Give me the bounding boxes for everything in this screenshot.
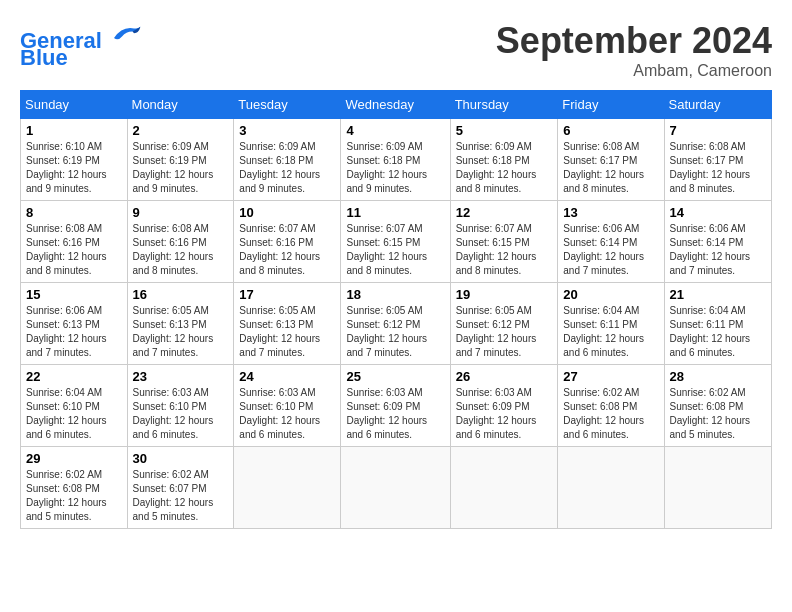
day-number: 3 <box>239 123 335 138</box>
calendar-day-cell: 15Sunrise: 6:06 AMSunset: 6:13 PMDayligh… <box>21 283 128 365</box>
day-info: Sunrise: 6:07 AMSunset: 6:15 PMDaylight:… <box>456 222 553 278</box>
calendar-header-row: SundayMondayTuesdayWednesdayThursdayFrid… <box>21 91 772 119</box>
day-number: 21 <box>670 287 766 302</box>
location: Ambam, Cameroon <box>496 62 772 80</box>
day-number: 23 <box>133 369 229 384</box>
day-info: Sunrise: 6:04 AMSunset: 6:11 PMDaylight:… <box>670 304 766 360</box>
calendar-day-cell: 18Sunrise: 6:05 AMSunset: 6:12 PMDayligh… <box>341 283 450 365</box>
day-number: 30 <box>133 451 229 466</box>
day-number: 28 <box>670 369 766 384</box>
calendar-week-row: 29Sunrise: 6:02 AMSunset: 6:08 PMDayligh… <box>21 447 772 529</box>
calendar-day-cell: 5Sunrise: 6:09 AMSunset: 6:18 PMDaylight… <box>450 119 558 201</box>
calendar-day-cell: 2Sunrise: 6:09 AMSunset: 6:19 PMDaylight… <box>127 119 234 201</box>
day-info: Sunrise: 6:02 AMSunset: 6:08 PMDaylight:… <box>26 468 122 524</box>
day-number: 5 <box>456 123 553 138</box>
day-info: Sunrise: 6:05 AMSunset: 6:12 PMDaylight:… <box>456 304 553 360</box>
day-number: 29 <box>26 451 122 466</box>
page-header: General Blue September 2024 Ambam, Camer… <box>20 20 772 80</box>
day-number: 13 <box>563 205 658 220</box>
day-info: Sunrise: 6:07 AMSunset: 6:16 PMDaylight:… <box>239 222 335 278</box>
day-info: Sunrise: 6:09 AMSunset: 6:18 PMDaylight:… <box>346 140 444 196</box>
day-number: 18 <box>346 287 444 302</box>
day-number: 8 <box>26 205 122 220</box>
day-info: Sunrise: 6:05 AMSunset: 6:12 PMDaylight:… <box>346 304 444 360</box>
calendar-day-cell <box>450 447 558 529</box>
day-info: Sunrise: 6:04 AMSunset: 6:11 PMDaylight:… <box>563 304 658 360</box>
day-info: Sunrise: 6:05 AMSunset: 6:13 PMDaylight:… <box>239 304 335 360</box>
day-number: 1 <box>26 123 122 138</box>
day-info: Sunrise: 6:04 AMSunset: 6:10 PMDaylight:… <box>26 386 122 442</box>
calendar-day-cell: 24Sunrise: 6:03 AMSunset: 6:10 PMDayligh… <box>234 365 341 447</box>
calendar-day-cell: 23Sunrise: 6:03 AMSunset: 6:10 PMDayligh… <box>127 365 234 447</box>
calendar-table: SundayMondayTuesdayWednesdayThursdayFrid… <box>20 90 772 529</box>
day-number: 15 <box>26 287 122 302</box>
day-info: Sunrise: 6:06 AMSunset: 6:13 PMDaylight:… <box>26 304 122 360</box>
day-info: Sunrise: 6:08 AMSunset: 6:17 PMDaylight:… <box>670 140 766 196</box>
weekday-header: Sunday <box>21 91 128 119</box>
day-info: Sunrise: 6:02 AMSunset: 6:07 PMDaylight:… <box>133 468 229 524</box>
day-number: 10 <box>239 205 335 220</box>
calendar-day-cell: 3Sunrise: 6:09 AMSunset: 6:18 PMDaylight… <box>234 119 341 201</box>
day-number: 20 <box>563 287 658 302</box>
calendar-day-cell: 14Sunrise: 6:06 AMSunset: 6:14 PMDayligh… <box>664 201 771 283</box>
calendar-day-cell: 4Sunrise: 6:09 AMSunset: 6:18 PMDaylight… <box>341 119 450 201</box>
weekday-header: Saturday <box>664 91 771 119</box>
calendar-day-cell: 8Sunrise: 6:08 AMSunset: 6:16 PMDaylight… <box>21 201 128 283</box>
calendar-week-row: 22Sunrise: 6:04 AMSunset: 6:10 PMDayligh… <box>21 365 772 447</box>
title-section: September 2024 Ambam, Cameroon <box>496 20 772 80</box>
calendar-day-cell: 28Sunrise: 6:02 AMSunset: 6:08 PMDayligh… <box>664 365 771 447</box>
calendar-day-cell <box>341 447 450 529</box>
day-number: 4 <box>346 123 444 138</box>
weekday-header: Thursday <box>450 91 558 119</box>
day-number: 19 <box>456 287 553 302</box>
day-number: 16 <box>133 287 229 302</box>
calendar-day-cell: 16Sunrise: 6:05 AMSunset: 6:13 PMDayligh… <box>127 283 234 365</box>
calendar-day-cell: 1Sunrise: 6:10 AMSunset: 6:19 PMDaylight… <box>21 119 128 201</box>
calendar-week-row: 8Sunrise: 6:08 AMSunset: 6:16 PMDaylight… <box>21 201 772 283</box>
weekday-header: Tuesday <box>234 91 341 119</box>
calendar-day-cell: 13Sunrise: 6:06 AMSunset: 6:14 PMDayligh… <box>558 201 664 283</box>
month-title: September 2024 <box>496 20 772 62</box>
calendar-day-cell: 7Sunrise: 6:08 AMSunset: 6:17 PMDaylight… <box>664 119 771 201</box>
day-number: 27 <box>563 369 658 384</box>
day-info: Sunrise: 6:09 AMSunset: 6:18 PMDaylight:… <box>239 140 335 196</box>
calendar-day-cell: 6Sunrise: 6:08 AMSunset: 6:17 PMDaylight… <box>558 119 664 201</box>
weekday-header: Monday <box>127 91 234 119</box>
day-info: Sunrise: 6:06 AMSunset: 6:14 PMDaylight:… <box>563 222 658 278</box>
calendar-day-cell: 30Sunrise: 6:02 AMSunset: 6:07 PMDayligh… <box>127 447 234 529</box>
weekday-header: Friday <box>558 91 664 119</box>
calendar-day-cell: 27Sunrise: 6:02 AMSunset: 6:08 PMDayligh… <box>558 365 664 447</box>
day-info: Sunrise: 6:03 AMSunset: 6:09 PMDaylight:… <box>456 386 553 442</box>
calendar-day-cell <box>664 447 771 529</box>
calendar-day-cell: 29Sunrise: 6:02 AMSunset: 6:08 PMDayligh… <box>21 447 128 529</box>
day-number: 17 <box>239 287 335 302</box>
calendar-day-cell: 25Sunrise: 6:03 AMSunset: 6:09 PMDayligh… <box>341 365 450 447</box>
logo-bird-icon <box>110 20 142 48</box>
calendar-day-cell: 21Sunrise: 6:04 AMSunset: 6:11 PMDayligh… <box>664 283 771 365</box>
calendar-day-cell: 11Sunrise: 6:07 AMSunset: 6:15 PMDayligh… <box>341 201 450 283</box>
day-number: 11 <box>346 205 444 220</box>
calendar-day-cell <box>234 447 341 529</box>
calendar-week-row: 15Sunrise: 6:06 AMSunset: 6:13 PMDayligh… <box>21 283 772 365</box>
day-info: Sunrise: 6:09 AMSunset: 6:19 PMDaylight:… <box>133 140 229 196</box>
day-info: Sunrise: 6:02 AMSunset: 6:08 PMDaylight:… <box>563 386 658 442</box>
calendar-day-cell: 12Sunrise: 6:07 AMSunset: 6:15 PMDayligh… <box>450 201 558 283</box>
weekday-header: Wednesday <box>341 91 450 119</box>
day-info: Sunrise: 6:03 AMSunset: 6:10 PMDaylight:… <box>239 386 335 442</box>
day-number: 26 <box>456 369 553 384</box>
day-info: Sunrise: 6:02 AMSunset: 6:08 PMDaylight:… <box>670 386 766 442</box>
day-number: 9 <box>133 205 229 220</box>
day-number: 6 <box>563 123 658 138</box>
calendar-day-cell: 10Sunrise: 6:07 AMSunset: 6:16 PMDayligh… <box>234 201 341 283</box>
day-info: Sunrise: 6:03 AMSunset: 6:10 PMDaylight:… <box>133 386 229 442</box>
day-info: Sunrise: 6:07 AMSunset: 6:15 PMDaylight:… <box>346 222 444 278</box>
calendar-day-cell: 22Sunrise: 6:04 AMSunset: 6:10 PMDayligh… <box>21 365 128 447</box>
calendar-week-row: 1Sunrise: 6:10 AMSunset: 6:19 PMDaylight… <box>21 119 772 201</box>
day-number: 7 <box>670 123 766 138</box>
calendar-day-cell: 19Sunrise: 6:05 AMSunset: 6:12 PMDayligh… <box>450 283 558 365</box>
day-number: 25 <box>346 369 444 384</box>
logo: General Blue <box>20 20 142 71</box>
day-number: 22 <box>26 369 122 384</box>
day-number: 24 <box>239 369 335 384</box>
calendar-day-cell <box>558 447 664 529</box>
